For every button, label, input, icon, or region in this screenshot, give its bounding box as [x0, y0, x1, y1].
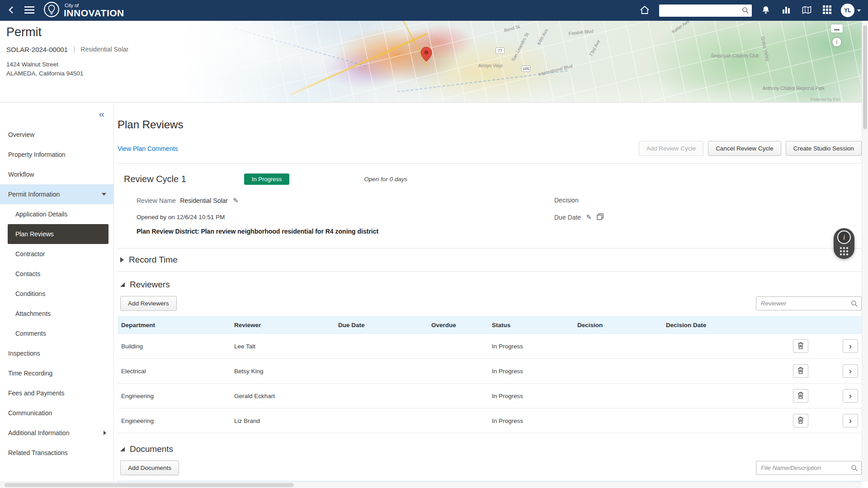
sidebar-item-contacts[interactable]: Contacts	[0, 264, 113, 284]
sidebar-item-workflow[interactable]: Workflow	[0, 164, 113, 184]
reviewers-section-header[interactable]: Reviewers	[118, 280, 862, 290]
sidebar: « OverviewProperty InformationWorkflowPe…	[0, 103, 114, 482]
sidebar-item-property-information[interactable]: Property Information	[0, 145, 113, 164]
topbar-actions: YL	[638, 4, 861, 18]
topbar: City of INNOVATION	[0, 0, 868, 21]
record-time-title: Record Time	[129, 255, 178, 265]
sidebar-item-contractor[interactable]: Contractor	[0, 244, 113, 264]
sidebar-item-application-details[interactable]: Application Details	[0, 204, 113, 224]
sidebar-item-label: Conditions	[15, 290, 45, 297]
documents-section-header[interactable]: Documents	[118, 444, 862, 454]
scrollbar-thumb[interactable]	[863, 25, 867, 129]
user-menu[interactable]: YL	[841, 4, 861, 17]
reviewer-search-input[interactable]	[756, 296, 862, 310]
sidebar-item-additional-information[interactable]: Additional Information	[0, 423, 113, 443]
chevron-right-icon	[104, 431, 106, 435]
sidebar-item-label: Application Details	[15, 211, 67, 218]
col-reviewer: Reviewer	[231, 317, 335, 334]
edit-due-date-button[interactable]: ✎	[586, 213, 592, 221]
sidebar-item-attachments[interactable]: Attachments	[0, 304, 113, 324]
home-button[interactable]	[638, 4, 651, 18]
lightbulb-icon	[43, 1, 60, 19]
document-search-input[interactable]	[756, 461, 862, 475]
open-reviewer-button[interactable]: ›	[843, 414, 858, 427]
cell-status: In Progress	[488, 408, 574, 433]
app-logo: City of INNOVATION	[43, 1, 124, 19]
maps-button[interactable]	[800, 4, 813, 18]
sidebar-item-fees-and-payments[interactable]: Fees and Payments	[0, 383, 113, 403]
logo-innovation: INNOVATION	[64, 8, 124, 18]
delete-reviewer-button[interactable]	[793, 414, 808, 427]
permit-header: Permit SOLAR-2024-00001 | Residential So…	[6, 25, 128, 78]
cell-department: Electrical	[118, 359, 231, 384]
edit-review-name-button[interactable]: ✎	[233, 197, 239, 205]
horizontal-scrollbar[interactable]	[0, 482, 862, 488]
delete-reviewer-button[interactable]	[793, 389, 808, 403]
documents-controls: Add Documents	[118, 460, 862, 475]
create-studio-session-button[interactable]: Create Studio Session	[786, 141, 862, 156]
reviewer-row: EngineeringLiz BrandIn Progress›	[118, 408, 862, 433]
copy-due-date-button[interactable]	[597, 213, 604, 221]
open-reviewer-button[interactable]: ›	[843, 364, 858, 378]
cell-overdue	[428, 359, 488, 384]
sidebar-item-label: Communication	[8, 409, 52, 417]
cell-department: Engineering	[118, 384, 231, 408]
collapse-sidebar-button[interactable]: «	[96, 108, 107, 119]
page: City of INNOVATION	[0, 0, 868, 488]
reviewer-row: BuildingLee TaltIn Progress›	[118, 334, 862, 359]
divider: |	[73, 45, 75, 54]
sidebar-item-plan-reviews[interactable]: Plan Reviews	[8, 224, 108, 244]
add-reviewers-button[interactable]: Add Reviewers	[120, 296, 177, 311]
sidebar-item-inspections[interactable]: Inspections	[0, 343, 113, 363]
copy-icon	[597, 213, 604, 221]
notifications-button[interactable]	[760, 4, 772, 18]
add-review-cycle-button[interactable]: Add Review Cycle	[639, 141, 704, 156]
add-documents-button[interactable]: Add Documents	[120, 460, 179, 475]
info-widget-button[interactable]: i	[837, 230, 851, 244]
cell-decision-date	[662, 408, 775, 433]
chevron-down-icon	[857, 9, 861, 12]
sidebar-item-overview[interactable]: Overview	[0, 125, 113, 145]
search-icon	[851, 465, 858, 474]
view-plan-comments-link[interactable]: View Plan Comments	[118, 145, 178, 152]
sidebar-item-permit-information[interactable]: Permit Information	[0, 184, 113, 204]
sidebar-item-time-recording[interactable]: Time Recording	[0, 363, 113, 383]
sidebar-item-label: Property Information	[8, 151, 66, 158]
scrollbar-thumb[interactable]	[5, 483, 294, 487]
collapse-map-button[interactable]	[831, 24, 843, 33]
widget-grid-icon[interactable]	[840, 247, 848, 255]
menu-button[interactable]	[23, 4, 36, 17]
sidebar-item-comments[interactable]: Comments	[0, 324, 113, 343]
open-reviewer-button[interactable]: ›	[843, 339, 858, 353]
vertical-scrollbar[interactable]	[862, 21, 868, 482]
permit-type: Residential Solar	[80, 46, 128, 53]
sidebar-item-communication[interactable]: Communication	[0, 403, 113, 423]
cancel-review-cycle-button[interactable]: Cancel Review Cycle	[708, 141, 781, 156]
trash-icon	[797, 392, 804, 400]
sidebar-item-label: Comments	[15, 330, 46, 337]
collapse-icon	[120, 447, 125, 451]
delete-reviewer-button[interactable]	[793, 364, 808, 378]
sidebar-item-label: Related Transactions	[8, 449, 68, 456]
sidebar-item-label: Attachments	[15, 310, 51, 317]
sidebar-item-label: Time Recording	[8, 370, 52, 377]
sidebar-item-label: Permit Information	[8, 191, 60, 198]
home-icon	[640, 5, 650, 16]
delete-reviewer-button[interactable]	[793, 339, 808, 353]
chevron-down-icon	[102, 193, 106, 196]
map-info-button[interactable]: i	[832, 37, 842, 47]
sidebar-item-conditions[interactable]: Conditions	[0, 284, 113, 304]
record-time-section-header[interactable]: Record Time	[118, 248, 862, 272]
trash-icon	[797, 367, 804, 375]
main-content: Plan Reviews View Plan Comments Add Revi…	[114, 103, 862, 482]
open-for-text: Open for 0 days	[364, 176, 407, 183]
global-search-input[interactable]	[659, 5, 752, 17]
col-actions	[775, 317, 862, 334]
open-reviewer-button[interactable]: ›	[843, 389, 858, 403]
apps-button[interactable]	[821, 4, 833, 17]
sidebar-item-related-transactions[interactable]: Related Transactions	[0, 443, 113, 463]
back-button[interactable]	[5, 4, 17, 17]
analytics-button[interactable]	[780, 4, 793, 18]
cell-due-date	[335, 408, 428, 433]
search-icon	[851, 300, 858, 309]
